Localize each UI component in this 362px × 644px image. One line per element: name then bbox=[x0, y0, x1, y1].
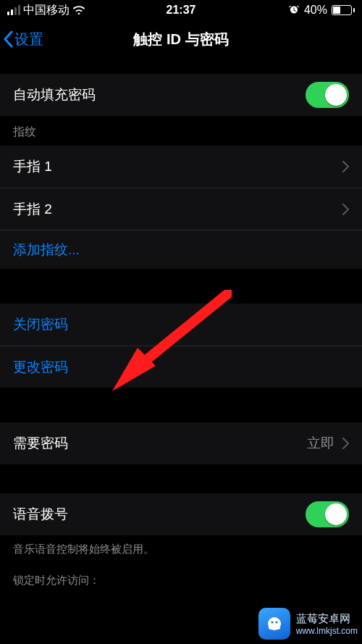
status-bar: 中国移动 21:37 40% bbox=[0, 0, 362, 20]
svg-rect-4 bbox=[269, 624, 280, 630]
autofill-label: 自动填充密码 bbox=[13, 85, 306, 104]
section-header-lock-access: 锁定时允许访问： bbox=[0, 556, 362, 587]
voice-dial-switch[interactable] bbox=[306, 501, 349, 527]
watermark-icon bbox=[258, 608, 290, 640]
nav-header: 设置 触控 ID 与密码 bbox=[0, 20, 362, 58]
row-finger-1[interactable]: 手指 1 bbox=[0, 146, 362, 188]
change-passcode-label: 更改密码 bbox=[13, 358, 349, 377]
finger2-label: 手指 2 bbox=[13, 200, 342, 219]
row-finger-2[interactable]: 手指 2 bbox=[0, 188, 362, 230]
svg-point-3 bbox=[275, 621, 277, 623]
watermark: 蓝莓安卓网 www.lmkjst.com bbox=[258, 608, 358, 640]
watermark-title: 蓝莓安卓网 bbox=[296, 612, 350, 624]
row-add-fingerprint[interactable]: 添加指纹... bbox=[0, 230, 362, 269]
row-require-passcode[interactable]: 需要密码 立即 bbox=[0, 422, 362, 464]
chevron-right-icon bbox=[342, 438, 349, 449]
screen: 中国移动 21:37 40% 设置 触控 ID 与密码 自动填充密码 bbox=[0, 0, 362, 644]
voice-dial-label: 语音拨号 bbox=[13, 505, 306, 524]
svg-point-2 bbox=[271, 621, 273, 623]
battery-icon bbox=[332, 5, 355, 15]
section-header-fingerprints: 指纹 bbox=[0, 116, 362, 146]
chevron-right-icon bbox=[342, 161, 349, 172]
row-voice-dial[interactable]: 语音拨号 bbox=[0, 493, 362, 535]
page-title: 触控 ID 与密码 bbox=[0, 30, 362, 49]
require-passcode-value: 立即 bbox=[307, 434, 334, 453]
finger1-label: 手指 1 bbox=[13, 157, 342, 176]
status-time: 21:37 bbox=[0, 4, 362, 17]
voice-dial-note: 音乐语音控制将始终被启用。 bbox=[0, 535, 362, 556]
chevron-right-icon bbox=[342, 204, 349, 215]
row-autofill-password[interactable]: 自动填充密码 bbox=[0, 74, 362, 116]
autofill-switch[interactable] bbox=[306, 82, 349, 108]
require-passcode-label: 需要密码 bbox=[13, 434, 307, 453]
add-fingerprint-label: 添加指纹... bbox=[13, 241, 349, 259]
watermark-text: 蓝莓安卓网 www.lmkjst.com bbox=[296, 612, 358, 636]
turn-off-label: 关闭密码 bbox=[13, 315, 349, 334]
row-turn-off-passcode[interactable]: 关闭密码 bbox=[0, 304, 362, 346]
row-change-passcode[interactable]: 更改密码 bbox=[0, 346, 362, 388]
watermark-url: www.lmkjst.com bbox=[296, 626, 358, 636]
